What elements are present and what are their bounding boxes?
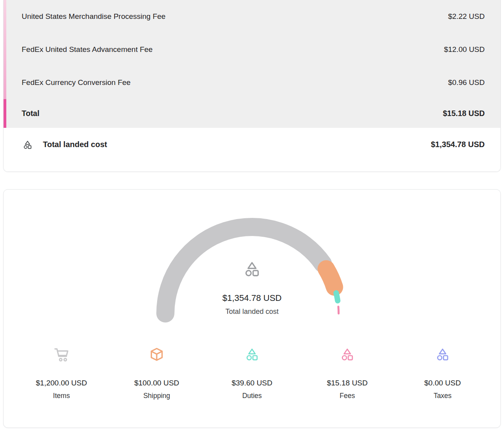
landed-cost-label: Total landed cost [43, 140, 107, 149]
fees-table: United States Merchandise Processing Fee… [4, 0, 500, 128]
gauge-wrap: $1,354.78 USD Total landed cost [150, 209, 354, 328]
fee-amount: $0.96 USD [448, 78, 485, 87]
legend-label: Fees [340, 392, 355, 400]
fees-total-label: Total [22, 109, 39, 118]
gauge-center-label: Total landed cost [225, 308, 278, 316]
legend-amount: $15.18 USD [327, 379, 368, 387]
shapes-icon [340, 347, 355, 362]
fees-total-amount: $15.18 USD [443, 109, 485, 118]
accent-bar-strong [4, 99, 6, 128]
legend-item-duties: $39.60 USD Duties [204, 347, 300, 400]
shapes-icon [243, 260, 261, 278]
gauge-center: $1,354.78 USD Total landed cost [150, 260, 354, 316]
shapes-icon [22, 140, 33, 150]
legend-label: Duties [242, 392, 262, 400]
accent-bar [4, 0, 6, 128]
legend-item-shipping: $100.00 USD Shipping [109, 347, 204, 400]
package-icon [149, 347, 164, 362]
legend-label: Shipping [143, 392, 170, 400]
fee-row: FedEx United States Advancement Fee $12.… [4, 33, 500, 66]
landed-cost-amount: $1,354.78 USD [431, 140, 485, 149]
gauge-center-amount: $1,354.78 USD [222, 293, 282, 303]
fee-label: FedEx United States Advancement Fee [22, 45, 153, 54]
fees-card: United States Merchandise Processing Fee… [3, 0, 501, 172]
legend-amount: $39.60 USD [232, 379, 272, 387]
shapes-icon [435, 347, 450, 362]
legend-amount: $1,200.00 USD [36, 379, 87, 387]
fees-total-row: Total $15.18 USD [4, 99, 500, 128]
fee-label: FedEx Currency Conversion Fee [22, 78, 131, 87]
legend-label: Taxes [434, 392, 452, 400]
total-landed-cost-row: Total landed cost $1,354.78 USD [4, 128, 500, 171]
legend-amount: $100.00 USD [134, 379, 179, 387]
gauge-legend: $1,200.00 USD Items $100.00 USD Shipping… [4, 347, 500, 400]
legend-item-fees: $15.18 USD Fees [300, 347, 395, 400]
fee-row: FedEx Currency Conversion Fee $0.96 USD [4, 66, 500, 99]
fee-amount: $12.00 USD [444, 45, 485, 54]
cart-icon [54, 347, 69, 362]
legend-item-taxes: $0.00 USD Taxes [395, 347, 490, 400]
shapes-icon [245, 347, 259, 362]
legend-amount: $0.00 USD [424, 379, 461, 387]
fee-amount: $2.22 USD [448, 12, 485, 21]
accent-bar-light [4, 0, 6, 99]
legend-label: Items [53, 392, 70, 400]
fee-row: United States Merchandise Processing Fee… [4, 0, 500, 33]
landed-cost-graph-card: $1,354.78 USD Total landed cost $1,200.0… [3, 189, 501, 428]
legend-item-items: $1,200.00 USD Items [14, 347, 109, 400]
fee-label: United States Merchandise Processing Fee [22, 12, 165, 21]
